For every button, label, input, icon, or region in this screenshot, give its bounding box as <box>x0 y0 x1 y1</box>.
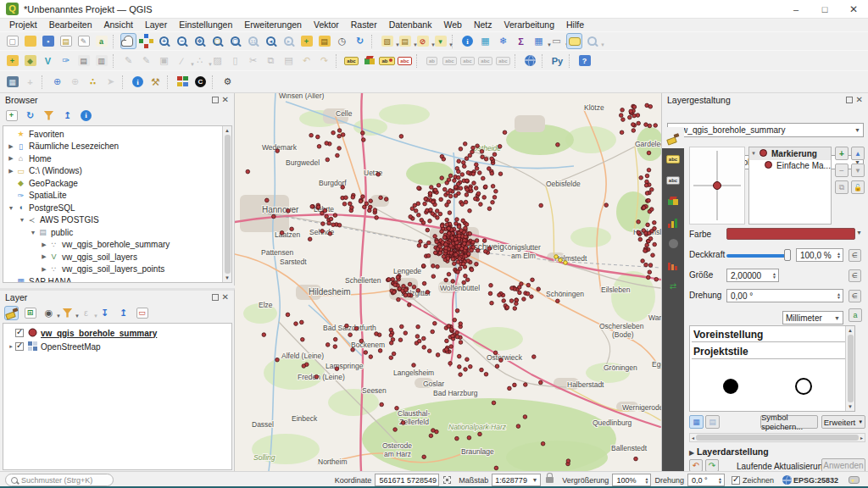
borehole-point[interactable] <box>642 206 646 210</box>
borehole-point[interactable] <box>275 358 280 362</box>
borehole-point[interactable] <box>654 124 658 128</box>
borehole-point[interactable] <box>331 130 336 135</box>
borehole-point[interactable] <box>336 153 340 158</box>
borehole-point[interactable] <box>361 131 365 136</box>
borehole-point[interactable] <box>466 259 470 263</box>
select-by-location-icon[interactable]: ▾▼ <box>432 33 448 49</box>
crs-indicator[interactable]: EPSG:25832 <box>793 476 838 485</box>
borehole-point[interactable] <box>325 214 329 219</box>
borehole-point[interactable] <box>445 223 449 227</box>
borehole-point[interactable] <box>337 134 342 138</box>
borehole-point[interactable] <box>333 214 337 218</box>
borehole-point[interactable] <box>448 211 452 215</box>
borehole-point[interactable] <box>478 171 482 175</box>
borehole-point[interactable] <box>482 239 487 243</box>
identify-info-icon[interactable]: i <box>130 74 146 90</box>
styling-layer-select[interactable]: ∵ vw_qgis_borehole_summary▼ <box>667 123 864 137</box>
borehole-point[interactable] <box>449 328 453 332</box>
borehole-point[interactable] <box>412 363 416 368</box>
borehole-point[interactable] <box>632 114 637 118</box>
borehole-point[interactable] <box>460 173 465 177</box>
borehole-point[interactable] <box>494 466 498 470</box>
browser-item-vw-qgis-soil-layers-points[interactable]: ▶∵vw_qgis_soil_layers_points <box>3 263 231 276</box>
layer-panel-float-icon[interactable] <box>212 294 219 301</box>
borehole-point[interactable] <box>416 289 420 293</box>
zoom-to-coordinate-icon[interactable]: ⊕ <box>49 74 65 90</box>
remove-layer-icon[interactable]: ▭ <box>135 306 149 320</box>
browser-item-r-umliche-lesezeichen[interactable]: ▶▯Räumliche Lesezeichen <box>3 141 231 153</box>
borehole-point[interactable] <box>632 123 636 127</box>
borehole-point[interactable] <box>389 341 393 346</box>
borehole-point[interactable] <box>619 114 623 118</box>
expander-icon[interactable]: ▼ <box>29 230 37 236</box>
browser-item-vw-qgis-soil-layers[interactable]: ▶Vvw_qgis_soil_layers <box>3 251 231 263</box>
borehole-point[interactable] <box>484 372 488 376</box>
help-contents-icon[interactable]: ? <box>576 53 593 69</box>
lock-scale-icon[interactable] <box>546 477 554 483</box>
borehole-point[interactable] <box>431 264 436 269</box>
highlight-pinned-labels-icon[interactable]: abc <box>397 53 413 69</box>
borehole-point[interactable] <box>364 351 368 355</box>
styling-redo-button[interactable]: ↷ <box>705 459 719 472</box>
layer-visibility-checkbox[interactable] <box>15 329 24 337</box>
borehole-point[interactable] <box>459 186 463 191</box>
borehole-point[interactable] <box>520 282 524 286</box>
borehole-point[interactable] <box>456 270 460 274</box>
borehole-point[interactable] <box>424 197 428 202</box>
borehole-point[interactable] <box>408 282 412 286</box>
borehole-point[interactable] <box>482 196 487 200</box>
borehole-point[interactable] <box>426 291 430 295</box>
color-dropdown-arrow[interactable]: ▼ <box>856 230 862 236</box>
style-manager-button[interactable]: a <box>849 308 862 322</box>
borehole-point[interactable] <box>461 219 465 223</box>
borehole-point[interactable] <box>465 278 470 282</box>
borehole-point[interactable] <box>637 220 641 225</box>
borehole-point[interactable] <box>470 248 474 252</box>
borehole-point[interactable] <box>458 257 462 261</box>
borehole-point[interactable] <box>556 143 560 147</box>
style-manager-icon[interactable]: a <box>93 33 109 49</box>
borehole-point[interactable] <box>648 263 653 268</box>
borehole-point[interactable] <box>637 230 641 235</box>
borehole-point[interactable] <box>421 264 426 269</box>
menu-hilfe[interactable]: Hilfe <box>560 19 590 31</box>
filter-legend-icon[interactable]: ▼ <box>60 306 75 320</box>
borehole-point[interactable] <box>354 327 359 331</box>
borehole-point[interactable] <box>489 284 493 288</box>
expander-icon[interactable]: ▶ <box>40 253 48 260</box>
borehole-point[interactable] <box>465 157 469 161</box>
borehole-point[interactable] <box>466 171 470 175</box>
borehole-point[interactable] <box>316 135 320 139</box>
borehole-point[interactable] <box>492 152 497 157</box>
borehole-point[interactable] <box>440 176 444 180</box>
borehole-point[interactable] <box>526 291 530 296</box>
new-spatialite-layer-icon[interactable]: ✑ <box>58 53 74 69</box>
borehole-point[interactable] <box>621 118 626 122</box>
layer-panel-close-icon[interactable]: ✕ <box>222 294 229 301</box>
borehole-point[interactable] <box>414 209 418 214</box>
styling-float-icon[interactable] <box>846 97 853 103</box>
borehole-point[interactable] <box>526 283 531 287</box>
borehole-point[interactable] <box>422 336 426 341</box>
borehole-point[interactable] <box>397 297 401 302</box>
borehole-point[interactable] <box>417 339 421 343</box>
browser-item-postgresql[interactable]: ▼◖PostgreSQL <box>3 202 231 214</box>
browser-item-vw-qgis-borehole-summary[interactable]: ▶∵vw_qgis_borehole_summary <box>3 239 231 252</box>
menu-ansicht[interactable]: Ansicht <box>97 19 138 31</box>
borehole-point[interactable] <box>310 205 314 209</box>
borehole-point[interactable] <box>645 174 649 178</box>
borehole-point[interactable] <box>642 229 646 233</box>
style-thumb-open-circle[interactable] <box>796 379 811 394</box>
identify-features-icon[interactable]: i <box>459 33 476 49</box>
borehole-point[interactable] <box>524 383 528 387</box>
borehole-point[interactable] <box>638 237 643 241</box>
browser-scrollbar[interactable]: ▲▼ <box>222 126 231 282</box>
borehole-point[interactable] <box>457 169 461 174</box>
opacity-spinner[interactable]: 100,0 %▲▼ <box>796 248 843 262</box>
expander-icon[interactable]: ▼ <box>18 217 26 223</box>
borehole-point[interactable] <box>475 163 479 167</box>
borehole-point[interactable] <box>467 435 471 440</box>
borehole-point[interactable] <box>515 302 519 306</box>
select-features-icon[interactable]: ▧▼ <box>379 33 395 49</box>
borehole-point[interactable] <box>359 339 364 343</box>
